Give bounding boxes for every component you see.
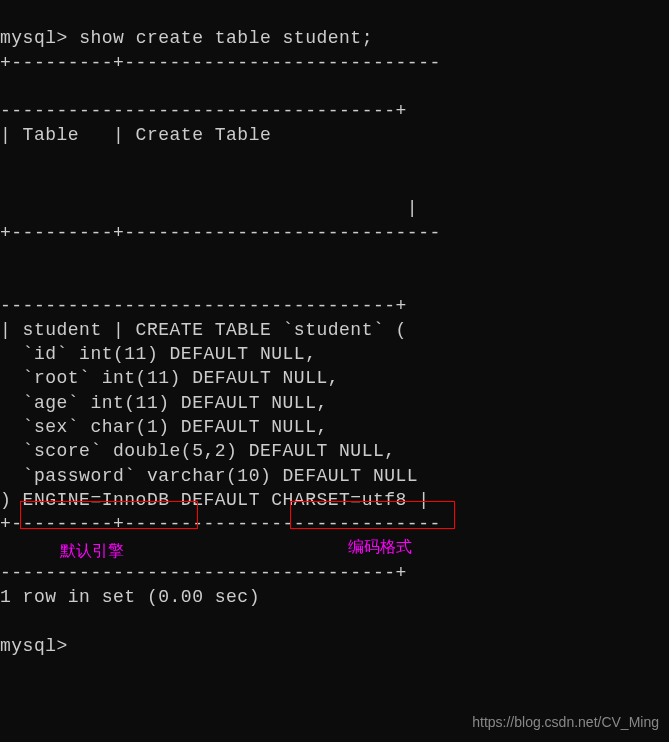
column-sex: `sex` char(1) DEFAULT NULL, xyxy=(0,417,328,437)
result-line: 1 row in set (0.00 sec) xyxy=(0,587,260,607)
blank-line xyxy=(0,539,11,559)
separator-line: -----------------------------------+ xyxy=(0,101,407,121)
annotation-charset: 编码格式 xyxy=(348,536,412,558)
blank-line xyxy=(0,77,11,97)
column-id: `id` int(11) DEFAULT NULL, xyxy=(0,344,316,364)
blank-line xyxy=(0,174,11,194)
blank-line xyxy=(0,150,11,170)
separator-line: -----------------------------------+ xyxy=(0,563,407,583)
annotation-engine: 默认引擎 xyxy=(60,540,124,562)
mysql-prompt: mysql> xyxy=(0,636,68,656)
create-table-line: | student | CREATE TABLE `student` ( xyxy=(0,320,407,340)
column-age: `age` int(11) DEFAULT NULL, xyxy=(0,393,328,413)
mysql-prompt: mysql> xyxy=(0,28,79,48)
engine-charset-line: ) ENGINE=InnoDB DEFAULT CHARSET=utf8 | xyxy=(0,490,429,510)
separator-line: +---------+---------------------------- xyxy=(0,53,441,73)
separator-line: -----------------------------------+ xyxy=(0,296,407,316)
column-score: `score` double(5,2) DEFAULT NULL, xyxy=(0,441,396,461)
blank-line xyxy=(0,271,11,291)
blank-line xyxy=(0,611,11,631)
header-pipe: | xyxy=(0,198,418,218)
blank-line xyxy=(0,247,11,267)
sql-command: show create table student; xyxy=(79,28,373,48)
column-root: `root` int(11) DEFAULT NULL, xyxy=(0,368,339,388)
column-password: `password` varchar(10) DEFAULT NULL xyxy=(0,466,418,486)
separator-line: +---------+---------------------------- xyxy=(0,514,441,534)
watermark: https://blog.csdn.net/CV_Ming xyxy=(472,713,659,732)
separator-line: +---------+---------------------------- xyxy=(0,223,441,243)
table-header: | Table | Create Table xyxy=(0,125,271,145)
